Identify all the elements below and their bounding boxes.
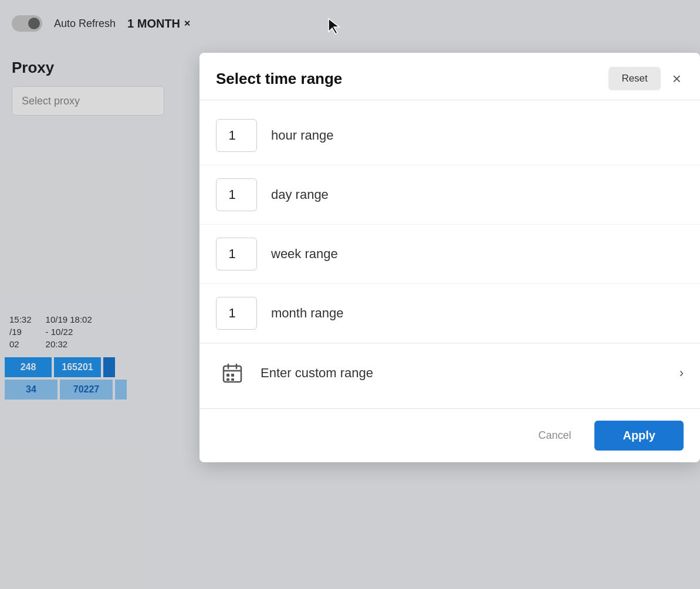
close-button[interactable]: × — [670, 69, 684, 89]
month-range-label: month range — [271, 306, 344, 321]
modal-title: Select time range — [216, 70, 342, 88]
time-range-modal: Select time range Reset × hour range day… — [199, 53, 700, 462]
custom-range-row[interactable]: Enter custom range › — [199, 343, 700, 402]
custom-range-label: Enter custom range — [261, 365, 668, 381]
hour-range-label: hour range — [271, 128, 333, 143]
modal-header-actions: Reset × — [608, 67, 684, 90]
modal-body: hour range day range week range month ra… — [199, 100, 700, 408]
month-range-row: month range — [199, 284, 700, 343]
svg-rect-7 — [226, 378, 229, 381]
day-range-row: day range — [199, 165, 700, 225]
day-range-input[interactable] — [216, 178, 257, 211]
cancel-button[interactable]: Cancel — [526, 422, 583, 449]
reset-button[interactable]: Reset — [608, 67, 660, 90]
svg-rect-5 — [226, 374, 229, 377]
week-range-input[interactable] — [216, 238, 257, 270]
apply-button[interactable]: Apply — [594, 421, 684, 451]
month-range-input[interactable] — [216, 297, 257, 330]
week-range-row: week range — [199, 225, 700, 284]
modal-footer: Cancel Apply — [199, 408, 700, 462]
svg-rect-8 — [231, 378, 234, 381]
chevron-right-icon: › — [679, 365, 684, 381]
modal-header: Select time range Reset × — [199, 53, 700, 100]
calendar-icon — [216, 357, 249, 390]
day-range-label: day range — [271, 187, 329, 202]
week-range-label: week range — [271, 246, 338, 262]
hour-range-row: hour range — [199, 106, 700, 165]
svg-rect-6 — [231, 374, 234, 377]
hour-range-input[interactable] — [216, 119, 257, 152]
